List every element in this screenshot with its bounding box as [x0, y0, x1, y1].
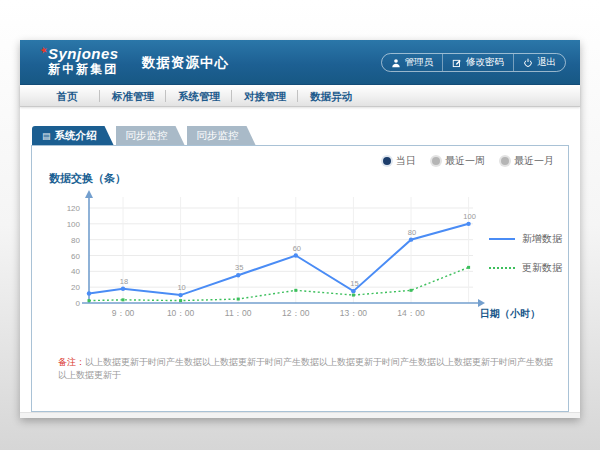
tab-sync-monitor-2[interactable]: 同步监控 — [187, 126, 256, 145]
nav-item-data-changes[interactable]: 数据异动 — [298, 86, 364, 106]
svg-text:120: 120 — [67, 204, 81, 213]
change-password-button[interactable]: 修改密码 — [442, 54, 513, 71]
svg-text:20: 20 — [71, 283, 80, 292]
svg-text:0: 0 — [76, 299, 81, 308]
footnote-text: 以上数据更新于时间产生数据以上数据更新于时间产生数据以上数据更新于时间产生数据以… — [58, 357, 553, 380]
brand-logo: ★Synjones 新中新集团 — [48, 45, 119, 77]
footnote-prefix: 备注： — [58, 357, 85, 367]
legend-label: 新增数据 — [522, 232, 562, 246]
svg-text:9：00: 9：00 — [112, 308, 135, 318]
nav-item-standards[interactable]: 标准管理 — [100, 86, 166, 106]
range-option-last-week[interactable]: 最近一周 — [432, 154, 485, 168]
svg-text:100: 100 — [463, 212, 476, 221]
tab-label: 同步监控 — [126, 129, 168, 141]
new-data-line-swatch — [489, 238, 515, 240]
nav-item-integration[interactable]: 对接管理 — [232, 86, 298, 106]
updated-data-line-swatch — [489, 267, 515, 269]
svg-text:15: 15 — [350, 279, 358, 288]
svg-text:35: 35 — [235, 263, 243, 272]
svg-text:80: 80 — [408, 228, 416, 237]
tab-bar: ▤系统介绍 同步监控 同步监控 — [32, 126, 258, 145]
footnote: 备注：以上数据更新于时间产生数据以上数据更新于时间产生数据以上数据更新于时间产生… — [58, 356, 553, 382]
edit-icon — [452, 58, 462, 68]
legend-label: 更新数据 — [522, 261, 562, 275]
radio-label: 最近一月 — [514, 154, 554, 168]
tab-system-intro[interactable]: ▤系统介绍 — [32, 126, 114, 145]
radio-icon — [383, 157, 391, 165]
tab-label: 系统介绍 — [55, 129, 97, 141]
range-option-last-month[interactable]: 最近一月 — [501, 154, 554, 168]
range-option-today[interactable]: 当日 — [383, 154, 416, 168]
main-nav: 首页 标准管理 系统管理 对接管理 数据异动 — [20, 85, 580, 107]
logout-label: 退出 — [537, 56, 556, 69]
brand-subtitle: 新中新集团 — [48, 62, 119, 77]
svg-text:100: 100 — [67, 220, 81, 229]
brand-name: ★Synjones — [48, 45, 119, 62]
radio-label: 当日 — [396, 154, 416, 168]
tab-label: 同步监控 — [197, 129, 239, 141]
desktop-background: ★Synjones 新中新集团 数据资源中心 管理员 修改密码 退出 — [0, 0, 600, 450]
app-window: ★Synjones 新中新集团 数据资源中心 管理员 修改密码 退出 — [20, 40, 580, 418]
svg-text:11：00: 11：00 — [225, 308, 252, 318]
brand-star-icon: ★ — [38, 41, 51, 60]
nav-item-system[interactable]: 系统管理 — [166, 86, 232, 106]
svg-text:12：00: 12：00 — [282, 308, 310, 318]
svg-text:60: 60 — [293, 244, 301, 253]
svg-text:80: 80 — [71, 236, 80, 245]
page-title: 数据资源中心 — [142, 54, 229, 72]
svg-text:日期（小时）: 日期（小时） — [480, 308, 540, 319]
svg-text:14：00: 14：00 — [397, 308, 425, 318]
radio-icon — [501, 157, 509, 165]
logout-button[interactable]: 退出 — [513, 54, 565, 71]
window-footer-strip — [20, 412, 580, 418]
user-button[interactable]: 管理员 — [382, 54, 443, 71]
user-label: 管理员 — [405, 56, 434, 69]
header-user-actions: 管理员 修改密码 退出 — [381, 53, 567, 72]
chart-legend: 新增数据 更新数据 — [489, 232, 562, 275]
svg-text:10：00: 10：00 — [167, 308, 195, 318]
radio-label: 最近一周 — [445, 154, 485, 168]
svg-text:13：00: 13：00 — [340, 308, 368, 318]
nav-item-home[interactable]: 首页 — [34, 86, 100, 106]
svg-text:60: 60 — [71, 252, 80, 261]
chart-panel: 当日 最近一周 最近一月 数据交换（条） 0204060801001209：00… — [31, 145, 569, 412]
tab-sync-monitor-1[interactable]: 同步监控 — [116, 126, 185, 145]
change-password-label: 修改密码 — [466, 56, 504, 69]
legend-item-updated-data: 更新数据 — [489, 261, 562, 275]
svg-text:18: 18 — [120, 277, 128, 286]
svg-text:40: 40 — [71, 267, 80, 276]
radio-icon — [432, 157, 440, 165]
app-header: ★Synjones 新中新集团 数据资源中心 管理员 修改密码 退出 — [20, 40, 580, 85]
range-selector: 当日 最近一周 最近一月 — [383, 154, 554, 168]
document-icon: ▤ — [42, 131, 51, 141]
power-icon — [523, 58, 533, 68]
user-icon — [391, 58, 401, 68]
legend-item-new-data: 新增数据 — [489, 232, 562, 246]
svg-text:10: 10 — [177, 283, 185, 292]
